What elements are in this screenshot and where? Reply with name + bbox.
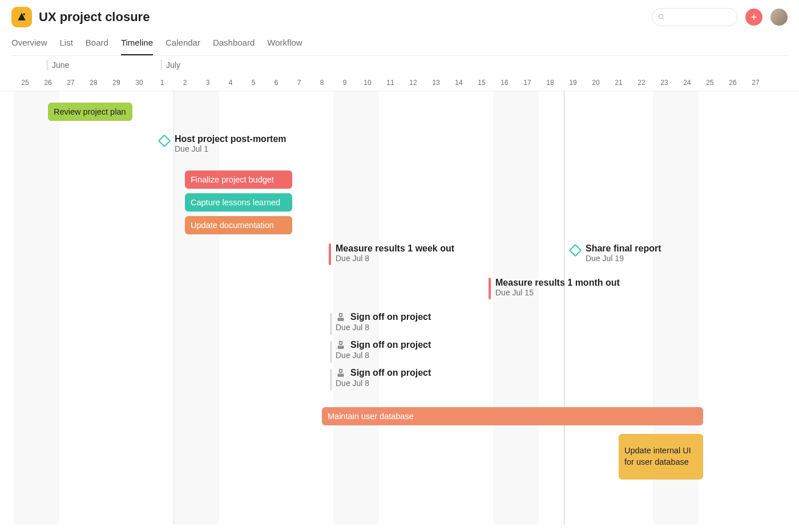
approval-stamp-icon bbox=[336, 312, 346, 322]
flag-month_out[interactable]: Measure results 1 month outDue Jul 15 bbox=[489, 278, 620, 299]
search-icon bbox=[658, 13, 665, 21]
day-header: 7 bbox=[288, 75, 310, 91]
svg-point-0 bbox=[23, 13, 25, 15]
day-header: 13 bbox=[425, 75, 447, 91]
day-header: 2 bbox=[173, 75, 196, 91]
month-label: June bbox=[47, 60, 69, 70]
search-input[interactable] bbox=[668, 13, 731, 22]
day-header-row: 2526272829301234567891011121314151617181… bbox=[0, 75, 799, 91]
day-header: 11 bbox=[379, 75, 402, 91]
tab-overview[interactable]: Overview bbox=[11, 34, 47, 55]
search-box[interactable] bbox=[652, 8, 737, 26]
day-header: 17 bbox=[516, 75, 539, 91]
tab-calendar[interactable]: Calendar bbox=[166, 34, 200, 55]
day-header: 9 bbox=[333, 75, 356, 91]
day-header: 29 bbox=[105, 75, 128, 91]
flag-marker bbox=[329, 243, 331, 265]
day-header: 26 bbox=[721, 75, 744, 91]
day-header: 25 bbox=[14, 75, 37, 91]
day-header: 23 bbox=[653, 75, 676, 91]
task-update_docs[interactable]: Update documentation bbox=[185, 216, 292, 234]
day-header: 6 bbox=[265, 75, 288, 91]
day-header: 28 bbox=[82, 75, 105, 91]
day-header: 24 bbox=[676, 75, 699, 91]
approval-task[interactable]: Sign off on projectDue Jul 8 bbox=[336, 368, 431, 388]
task-review_plan[interactable]: Review project plan bbox=[48, 103, 132, 121]
day-header: 4 bbox=[219, 75, 242, 91]
day-header: 14 bbox=[447, 75, 470, 91]
gantt-body[interactable]: Review project planFinalize project budg… bbox=[0, 91, 799, 525]
day-header: 25 bbox=[699, 75, 721, 91]
svg-line-2 bbox=[663, 18, 664, 20]
day-header: 27 bbox=[744, 75, 767, 91]
flag-marker bbox=[489, 278, 491, 299]
approval-task[interactable]: Sign off on projectDue Jul 8 bbox=[336, 312, 431, 332]
tab-timeline[interactable]: Timeline bbox=[121, 34, 153, 55]
project-title: UX project closure bbox=[39, 10, 150, 25]
day-header: 16 bbox=[493, 75, 516, 91]
task-update_ui[interactable]: Update internal UI for user database bbox=[619, 434, 703, 480]
user-avatar[interactable] bbox=[770, 9, 788, 26]
month-label: July bbox=[161, 60, 180, 70]
approval-stamp-icon bbox=[336, 368, 346, 378]
svg-point-1 bbox=[659, 14, 663, 18]
project-icon[interactable] bbox=[11, 7, 32, 27]
view-tabs: OverviewListBoardTimelineCalendarDashboa… bbox=[11, 34, 788, 56]
task-lessons[interactable]: Capture lessons learned bbox=[185, 193, 292, 212]
day-header: 20 bbox=[584, 75, 607, 91]
day-header: 21 bbox=[607, 75, 630, 91]
task-finalize_budget[interactable]: Finalize project budget bbox=[185, 170, 292, 189]
tab-list[interactable]: List bbox=[60, 34, 73, 55]
add-button[interactable] bbox=[745, 9, 762, 26]
day-header: 19 bbox=[562, 75, 584, 91]
day-header: 10 bbox=[356, 75, 379, 91]
tab-board[interactable]: Board bbox=[86, 34, 108, 55]
diamond-icon bbox=[158, 135, 171, 148]
day-header: 22 bbox=[630, 75, 653, 91]
milestone-final_report[interactable]: Share final reportDue Jul 19 bbox=[571, 243, 661, 263]
day-header: 18 bbox=[539, 75, 562, 91]
month-row: JuneJuly bbox=[0, 56, 799, 75]
approval-stamp-icon bbox=[336, 340, 346, 350]
day-header: 26 bbox=[37, 75, 59, 91]
flag-week_out[interactable]: Measure results 1 week outDue Jul 8 bbox=[329, 243, 454, 265]
day-header: 15 bbox=[470, 75, 493, 91]
day-header: 12 bbox=[402, 75, 425, 91]
timeline-view: JuneJuly 2526272829301234567891011121314… bbox=[0, 56, 799, 523]
day-header: 8 bbox=[310, 75, 333, 91]
task-maintain_db[interactable]: Maintain user database bbox=[322, 407, 703, 425]
milestone-post_mortem[interactable]: Host project post-mortemDue Jul 1 bbox=[160, 134, 286, 153]
plus-icon bbox=[750, 13, 758, 21]
approval-task[interactable]: Sign off on projectDue Jul 8 bbox=[336, 340, 431, 360]
day-header: 5 bbox=[242, 75, 265, 91]
tab-workflow[interactable]: Workflow bbox=[267, 34, 302, 55]
day-header: 3 bbox=[196, 75, 219, 91]
tab-dashboard[interactable]: Dashboard bbox=[213, 34, 255, 55]
day-header: 27 bbox=[59, 75, 82, 91]
day-header: 30 bbox=[128, 75, 151, 91]
day-header: 1 bbox=[151, 75, 173, 91]
diamond-icon bbox=[569, 244, 582, 257]
